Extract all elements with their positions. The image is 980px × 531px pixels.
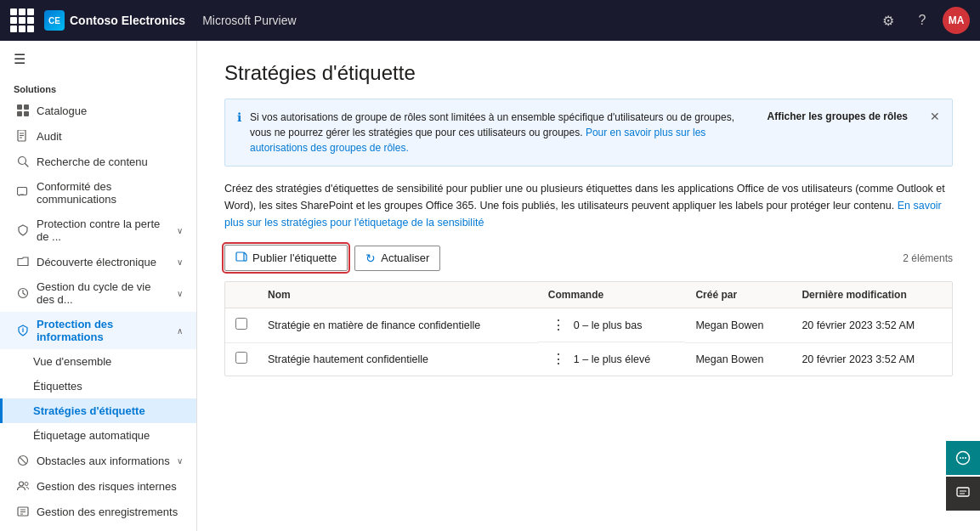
svg-rect-0 bbox=[17, 105, 22, 110]
row-ellipsis-1[interactable]: ⋮1 – le plus élevé bbox=[538, 342, 686, 376]
sidebar-label-catalogue: Catalogue bbox=[37, 105, 87, 117]
sidebar-item-conformite[interactable]: Conformité des communications bbox=[0, 174, 196, 212]
strategies-table: Nom Commande Créé par Dernière modificat… bbox=[224, 281, 953, 376]
sidebar-label-conformite: Conformité des communications bbox=[37, 180, 183, 206]
sidebar-item-catalogue[interactable]: Catalogue bbox=[0, 98, 196, 123]
banner-close-button[interactable]: ✕ bbox=[930, 110, 940, 123]
expand-icon-obstacles: ∨ bbox=[177, 456, 183, 466]
publish-label-button[interactable]: Publier l'étiquette bbox=[224, 245, 348, 271]
sidebar-item-recherche[interactable]: Recherche de contenu bbox=[0, 149, 196, 174]
table-header-commande: Commande bbox=[538, 282, 686, 308]
sidebar-label-audit: Audit bbox=[37, 130, 62, 143]
shield-icon bbox=[16, 223, 30, 237]
floating-feedback-button[interactable] bbox=[946, 477, 980, 511]
sidebar-item-risques-internes[interactable]: Gestion des risques internes bbox=[0, 473, 196, 499]
svg-point-17 bbox=[25, 483, 28, 486]
svg-rect-3 bbox=[24, 111, 29, 116]
row-cree-1: Megan Bowen bbox=[685, 342, 791, 376]
svg-line-9 bbox=[25, 164, 29, 167]
body: ☰ Solutions Catalogue Audit Recherche de… bbox=[0, 41, 980, 531]
table-header-row: Nom Commande Créé par Dernière modificat… bbox=[225, 282, 952, 308]
sidebar-subitem-etiquettes[interactable]: Étiquettes bbox=[0, 374, 196, 398]
sidebar-label-enregistrements: Gestion des enregistrements bbox=[37, 506, 178, 518]
floating-buttons bbox=[946, 441, 980, 511]
grid-icon bbox=[16, 104, 30, 117]
sidebar-subitem-strategies[interactable]: Stratégies d'étiquette bbox=[0, 398, 196, 423]
banner-text: Si vos autorisations de groupe de rôles … bbox=[250, 110, 752, 155]
people-icon bbox=[16, 479, 30, 493]
help-icon[interactable]: ? bbox=[909, 7, 936, 34]
topnav: CE Contoso Electronics Microsoft Purview… bbox=[0, 0, 980, 41]
avatar[interactable]: MA bbox=[943, 7, 970, 34]
toolbar: Publier l'étiquette ↻ Actualiser 2 éléme… bbox=[224, 245, 953, 271]
expand-icon-decouverte: ∨ bbox=[177, 257, 183, 267]
folder-icon bbox=[16, 255, 30, 268]
settings-icon[interactable]: ⚙ bbox=[875, 7, 902, 34]
svg-point-29 bbox=[960, 457, 961, 459]
description-text: Créez des stratégies d'étiquettes de sen… bbox=[224, 180, 953, 231]
row-checkbox-0[interactable] bbox=[225, 308, 258, 343]
floating-chat-button[interactable] bbox=[946, 441, 980, 475]
row-nom-0: Stratégie en matière de finance confiden… bbox=[258, 308, 538, 343]
sidebar-label-protection-perte: Protection contre la perte de ... bbox=[37, 217, 170, 243]
svg-rect-24 bbox=[236, 252, 244, 261]
svg-point-31 bbox=[965, 457, 966, 459]
svg-rect-10 bbox=[18, 188, 27, 195]
sidebar-item-decouverte[interactable]: Découverte électronique ∨ bbox=[0, 249, 196, 274]
row-ellipsis-0[interactable]: ⋮0 – le plus bas bbox=[538, 308, 686, 342]
page-title: Stratégies d'étiquette bbox=[224, 61, 953, 85]
record-icon bbox=[16, 505, 30, 518]
main-content: Stratégies d'étiquette ℹ Si vos autorisa… bbox=[197, 41, 980, 531]
cycle-icon bbox=[16, 286, 30, 300]
svg-rect-32 bbox=[957, 488, 969, 496]
app-grid-icon[interactable] bbox=[10, 8, 34, 32]
search-icon bbox=[16, 155, 30, 168]
table-header-checkbox bbox=[225, 282, 258, 308]
sidebar-sublabel-strategies: Stratégies d'étiquette bbox=[33, 404, 145, 417]
publish-button-label: Publier l'étiquette bbox=[252, 251, 337, 264]
topnav-right: ⚙ ? MA bbox=[875, 7, 970, 34]
table-header-cree: Créé par bbox=[685, 282, 791, 308]
row-modif-1: 20 février 2023 3:52 AM bbox=[791, 342, 952, 376]
row-modif-0: 20 février 2023 3:52 AM bbox=[791, 308, 952, 343]
row-cree-0: Megan Bowen bbox=[685, 308, 791, 343]
expand-icon-protection-perte: ∨ bbox=[177, 226, 183, 235]
sidebar-subitem-etiquetage[interactable]: Étiquetage automatique bbox=[0, 423, 196, 448]
sidebar-item-audit[interactable]: Audit bbox=[0, 123, 196, 149]
sidebar-sublabel-etiquettes: Étiquettes bbox=[33, 380, 82, 393]
svg-line-15 bbox=[20, 457, 26, 464]
doc-icon bbox=[16, 129, 30, 143]
sidebar-label-protection-info: Protection des informations bbox=[37, 318, 170, 343]
refresh-button[interactable]: ↻ Actualiser bbox=[354, 246, 440, 271]
refresh-icon: ↻ bbox=[365, 251, 376, 265]
refresh-button-label: Actualiser bbox=[381, 251, 429, 264]
svg-rect-1 bbox=[24, 105, 29, 110]
row-checkbox-1[interactable] bbox=[225, 342, 258, 376]
sidebar-item-protection-info[interactable]: Protection des informations ∧ bbox=[0, 312, 196, 349]
ellipsis-btn-0[interactable]: ⋮ bbox=[548, 317, 569, 333]
table-row[interactable]: Stratégie hautement confidentielle ⋮1 – … bbox=[225, 342, 952, 376]
sidebar-section-label: Solutions bbox=[0, 77, 196, 98]
sidebar-label-decouverte: Découverte électronique bbox=[37, 256, 156, 268]
chat-icon bbox=[16, 186, 30, 200]
sidebar-subitem-vue[interactable]: Vue d'ensemble bbox=[0, 349, 196, 374]
table-row[interactable]: Stratégie en matière de finance confiden… bbox=[225, 308, 952, 343]
sidebar-toggle[interactable]: ☰ bbox=[0, 41, 196, 77]
sidebar-sublabel-etiquetage: Étiquetage automatique bbox=[33, 429, 150, 442]
banner-action-button[interactable]: Afficher les groupes de rôles bbox=[761, 110, 915, 124]
sidebar-label-obstacles: Obstacles aux informations bbox=[37, 455, 170, 467]
sidebar-item-enregistrements[interactable]: Gestion des enregistrements bbox=[0, 499, 196, 524]
sidebar-item-protection-perte[interactable]: Protection contre la perte de ... ∨ bbox=[0, 212, 196, 249]
expand-icon-protection-info: ∧ bbox=[177, 326, 183, 336]
ellipsis-btn-1[interactable]: ⋮ bbox=[548, 351, 569, 367]
company-logo[interactable]: CE Contoso Electronics bbox=[44, 10, 185, 31]
block-icon bbox=[16, 454, 30, 467]
app-name: Microsoft Purview bbox=[202, 14, 296, 27]
sidebar-sublabel-vue: Vue d'ensemble bbox=[33, 355, 111, 368]
sidebar-label-recherche: Recherche de contenu bbox=[37, 155, 148, 168]
sidebar-item-risques-lies[interactable]: Gestion des risques liés à la p... ∨ bbox=[0, 524, 196, 531]
row-nom-1: Stratégie hautement confidentielle bbox=[258, 342, 538, 376]
sidebar-label-risques-internes: Gestion des risques internes bbox=[37, 480, 177, 493]
sidebar-item-obstacles[interactable]: Obstacles aux informations ∨ bbox=[0, 448, 196, 473]
sidebar-item-gestion-cycle[interactable]: Gestion du cycle de vie des d... ∨ bbox=[0, 274, 196, 312]
